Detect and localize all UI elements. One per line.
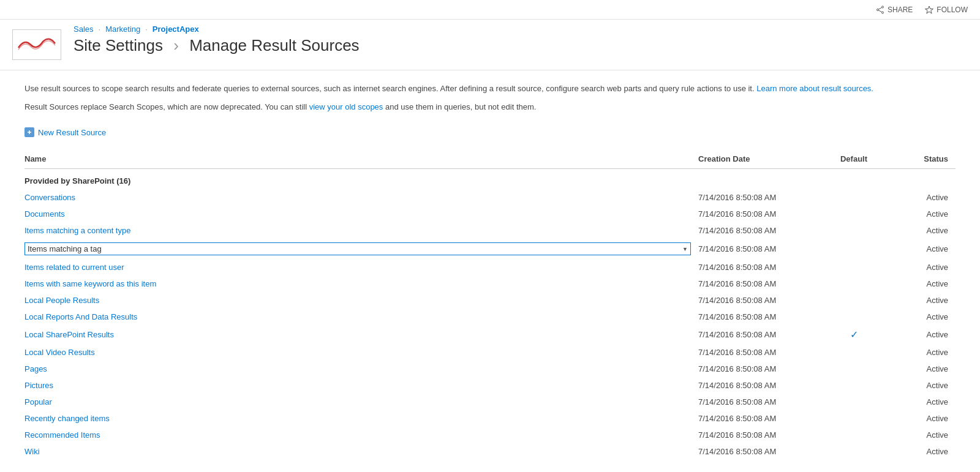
group-header-row: Provided by SharePoint (16): [24, 169, 956, 190]
name-link[interactable]: Documents: [24, 209, 65, 219]
name-cell-3[interactable]: ▼: [24, 239, 698, 259]
table-row: ▼7/14/2016 8:50:08 AMActive: [24, 239, 956, 259]
date-cell-2: 7/14/2016 8:50:08 AM: [698, 222, 821, 239]
name-link[interactable]: Conversations: [24, 193, 75, 202]
status-cell-4: Active: [894, 259, 956, 275]
page-title-part1: Site Settings: [74, 36, 163, 54]
svg-line-4: [878, 10, 881, 12]
name-link[interactable]: Items matching a content type: [24, 226, 130, 235]
view-old-scopes-link[interactable]: view your old scopes: [309, 102, 383, 111]
date-cell-5: 7/14/2016 8:50:08 AM: [698, 275, 821, 292]
breadcrumb-projectapex[interactable]: ProjectApex: [153, 24, 199, 34]
new-source-icon: [24, 127, 34, 137]
name-cell-13: Recently changed items: [24, 410, 698, 427]
status-cell-0: Active: [894, 189, 956, 206]
name-link[interactable]: Local Video Results: [24, 348, 95, 357]
name-cell-12: Popular: [24, 394, 698, 410]
default-cell-0: [821, 189, 894, 206]
name-link[interactable]: Recently changed items: [24, 414, 110, 423]
date-cell-14: 7/14/2016 8:50:08 AM: [698, 427, 821, 443]
date-cell-0: 7/14/2016 8:50:08 AM: [698, 189, 821, 206]
col-default-header: Default: [821, 149, 894, 169]
table-row: Conversations7/14/2016 8:50:08 AMActive: [24, 189, 956, 206]
name-link[interactable]: Local Reports And Data Results: [24, 312, 137, 321]
share-label: SHARE: [888, 6, 913, 14]
breadcrumb-sep-1: ·: [99, 24, 101, 34]
name-link[interactable]: Popular: [24, 397, 52, 406]
name-link[interactable]: Local SharePoint Results: [24, 330, 114, 339]
default-cell-5: [821, 275, 894, 292]
name-cell-0: Conversations: [24, 189, 698, 206]
breadcrumb-sales[interactable]: Sales: [74, 24, 94, 34]
name-cell-8: Local SharePoint Results: [24, 325, 698, 344]
table-row: Items matching a content type7/14/2016 8…: [24, 222, 956, 239]
name-cell-9: Local Video Results: [24, 344, 698, 361]
name-link[interactable]: Items with same keyword as this item: [24, 279, 156, 288]
breadcrumb: Sales · Marketing · ProjectApex: [74, 24, 360, 34]
name-cell-2: Items matching a content type: [24, 222, 698, 239]
table-row: Pages7/14/2016 8:50:08 AMActive: [24, 361, 956, 377]
name-link[interactable]: Wiki: [24, 447, 40, 456]
breadcrumb-sep-2: ·: [145, 24, 148, 34]
status-cell-3: Active: [894, 239, 956, 259]
default-checkmark-icon: ✓: [821, 329, 887, 340]
site-logo: [12, 29, 61, 60]
page-content: Use result sources to scope search resul…: [0, 70, 980, 472]
table-row: Items with same keyword as this item7/14…: [24, 275, 956, 292]
name-link[interactable]: Pages: [24, 364, 47, 373]
name-link[interactable]: Items related to current user: [24, 263, 124, 272]
default-cell-8: ✓: [821, 325, 894, 344]
col-status-header: Status: [894, 149, 956, 169]
date-cell-8: 7/14/2016 8:50:08 AM: [698, 325, 821, 344]
col-name-header: Name: [24, 149, 698, 169]
status-cell-10: Active: [894, 361, 956, 377]
default-cell-4: [821, 259, 894, 275]
status-cell-15: Active: [894, 443, 956, 460]
status-cell-11: Active: [894, 377, 956, 394]
table-row: Local People Results7/14/2016 8:50:08 AM…: [24, 292, 956, 309]
default-cell-15: [821, 443, 894, 460]
follow-button[interactable]: FOLLOW: [925, 6, 968, 14]
svg-marker-5: [925, 6, 933, 13]
name-input-wrapper[interactable]: ▼: [24, 242, 691, 255]
table-row: Local Reports And Data Results7/14/2016 …: [24, 309, 956, 325]
name-link[interactable]: Recommended Items: [24, 430, 100, 440]
default-cell-10: [821, 361, 894, 377]
description-2: Result Sources replace Search Scopes, wh…: [24, 101, 956, 113]
date-cell-1: 7/14/2016 8:50:08 AM: [698, 206, 821, 222]
page-title-separator: ›: [173, 36, 179, 54]
default-cell-11: [821, 377, 894, 394]
table-row: Pictures7/14/2016 8:50:08 AMActive: [24, 377, 956, 394]
status-cell-2: Active: [894, 222, 956, 239]
share-icon: [876, 6, 884, 14]
default-cell-6: [821, 292, 894, 309]
status-cell-12: Active: [894, 394, 956, 410]
breadcrumb-marketing[interactable]: Marketing: [105, 24, 140, 34]
results-table: Name Creation Date Default Status Provid…: [24, 149, 956, 460]
page-title: Site Settings › Manage Result Sources: [74, 36, 360, 55]
name-input-field[interactable]: [28, 244, 688, 253]
table-row: Local SharePoint Results7/14/2016 8:50:0…: [24, 325, 956, 344]
status-cell-5: Active: [894, 275, 956, 292]
default-cell-1: [821, 206, 894, 222]
name-link[interactable]: Pictures: [24, 381, 53, 390]
name-link[interactable]: Local People Results: [24, 296, 99, 305]
status-cell-14: Active: [894, 427, 956, 443]
svg-point-2: [876, 9, 878, 10]
table-row: Recommended Items7/14/2016 8:50:08 AMAct…: [24, 427, 956, 443]
name-cell-4: Items related to current user: [24, 259, 698, 275]
date-cell-9: 7/14/2016 8:50:08 AM: [698, 344, 821, 361]
learn-more-link[interactable]: Learn more about result sources.: [756, 84, 873, 93]
table-row: Local Video Results7/14/2016 8:50:08 AMA…: [24, 344, 956, 361]
default-cell-2: [821, 222, 894, 239]
table-row: Recently changed items7/14/2016 8:50:08 …: [24, 410, 956, 427]
date-cell-13: 7/14/2016 8:50:08 AM: [698, 410, 821, 427]
status-cell-1: Active: [894, 206, 956, 222]
svg-point-1: [881, 12, 883, 13]
share-button[interactable]: SHARE: [876, 6, 913, 14]
site-header: Sales · Marketing · ProjectApex Site Set…: [0, 20, 980, 70]
new-result-source-button[interactable]: New Result Source: [24, 127, 956, 137]
top-bar: SHARE FOLLOW: [0, 0, 980, 20]
dropdown-arrow-icon: ▼: [682, 246, 688, 252]
default-cell-3: [821, 239, 894, 259]
